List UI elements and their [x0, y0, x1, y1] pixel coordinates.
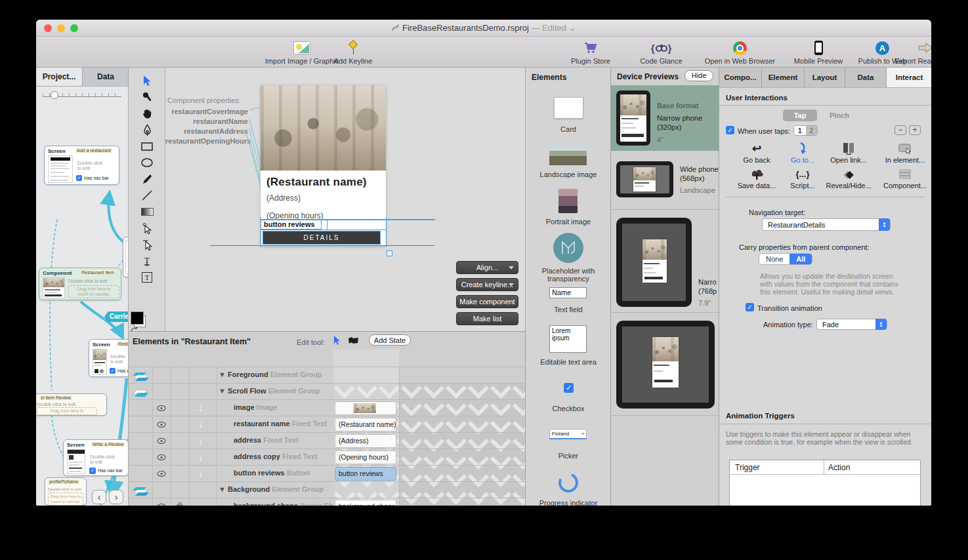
tap-index-segmented[interactable]: 1 2 [793, 125, 818, 136]
carry-properties-segmented[interactable]: None All [759, 253, 812, 265]
visibility-eye-icon[interactable] [157, 438, 166, 444]
pinch-mode-button[interactable]: Pinch [830, 111, 849, 119]
drag-source[interactable]: Drag from here to insert on canvas. [68, 285, 119, 298]
tab-data[interactable]: Data [845, 68, 887, 87]
tab-element[interactable]: Element [762, 68, 805, 87]
tap-mode-button[interactable]: Tap [783, 110, 817, 121]
screen-card-add-a-restaurant[interactable]: Screen Add a restaurant Double-click to … [44, 146, 119, 185]
device-preview-wide-phone[interactable]: Wide phone (568px) Landscape [611, 151, 719, 210]
design-canvas[interactable]: Component properties: restaurantCoverIma… [165, 68, 525, 331]
text-box-tool[interactable]: T [129, 270, 165, 285]
tab-interact[interactable]: Interact [887, 68, 931, 87]
text-field-element[interactable]: Name [549, 287, 587, 298]
transition-animation-checkbox[interactable]: ✓ [746, 303, 754, 311]
add-state-button[interactable]: Add State [369, 334, 411, 346]
prev-page-button[interactable]: ‹ [92, 490, 106, 504]
line-tool[interactable] [129, 188, 165, 203]
pen-tool[interactable] [129, 122, 165, 138]
state-cell-restaurant-name[interactable]: (Restaurant name) [335, 418, 396, 431]
tap-segment-1[interactable]: 1 [794, 126, 806, 135]
rectangle-tool[interactable] [129, 138, 165, 154]
make-list-button[interactable]: Make list [456, 312, 518, 325]
brush-tool[interactable] [129, 171, 165, 187]
align-button[interactable]: Align... [456, 261, 518, 274]
edit-stamp-tool-icon[interactable] [348, 336, 359, 345]
button-reviews-label[interactable]: button reviews [261, 220, 322, 230]
add-keyline-button[interactable]: Add Keyline [317, 40, 389, 65]
timeline-row-address-copy[interactable]: ↓ address copy Fixed Text (Opening hours… [129, 449, 525, 465]
tab-component[interactable]: Compo... [719, 68, 762, 87]
timeline-row-address[interactable]: ↓ address Fixed Text (Address) [129, 432, 525, 449]
action-component[interactable]: Component... [875, 167, 931, 190]
progress-indicator-element[interactable] [557, 471, 579, 494]
has-nav-bar-checkbox[interactable]: ✓ [110, 368, 116, 374]
tab-layout[interactable]: Layout [805, 68, 845, 87]
landscape-image-element[interactable] [549, 143, 587, 165]
checkbox-element[interactable]: ✓ [564, 383, 574, 393]
animation-type-select[interactable]: Fade ▲▼ [816, 319, 887, 330]
visibility-eye-icon[interactable] [157, 405, 166, 411]
selection-handle[interactable] [387, 250, 392, 256]
device-preview-base-format[interactable]: Base format Narrow phone (320px) 4" [611, 85, 719, 151]
editable-text-area-element[interactable]: Lorem ipsum [549, 325, 587, 353]
export-react-code-button[interactable]: Export React Code [886, 40, 931, 65]
details-button[interactable]: DETAILS [263, 231, 381, 245]
visibility-eye-icon[interactable] [157, 422, 166, 428]
ellipse-tool[interactable] [129, 155, 165, 170]
state-cell-address[interactable]: (Address) [335, 434, 396, 448]
placeholder-element[interactable] [553, 233, 583, 263]
select-tool[interactable] [129, 73, 165, 89]
has-nav-bar-checkbox[interactable]: ✓ [76, 175, 82, 181]
has-nav-bar-checkbox[interactable]: ✓ [89, 468, 96, 474]
action-open-link[interactable]: Open link... [819, 142, 878, 164]
key-tool[interactable] [129, 89, 165, 105]
device-preview-narrow-tablet[interactable]: Narro (768p 7.9" [611, 211, 719, 313]
drag-source[interactable]: Drag from here to insert on canvas. [48, 492, 83, 506]
visibility-eye-icon[interactable] [157, 454, 166, 460]
text-tool[interactable]: T [129, 253, 165, 269]
state-cell-background-shape[interactable]: background shape [335, 500, 396, 506]
open-in-web-browser-button[interactable]: Open in Web Browser [696, 40, 784, 65]
hand-tool[interactable] [129, 106, 165, 121]
make-component-button[interactable]: Make component [456, 295, 518, 308]
gradient-tool[interactable] [129, 204, 165, 220]
create-keyline-button[interactable]: Create keyline... [456, 278, 518, 291]
timeline-row-button-reviews[interactable]: ↓ button reviews Button button reviews [129, 465, 525, 481]
action-reveal-hide[interactable]: ◆◆ Reveal/Hide... [819, 167, 878, 190]
add-interaction-button[interactable]: + [909, 125, 921, 135]
state-cell-image[interactable] [335, 401, 396, 415]
restaurant-cover-image[interactable] [261, 85, 386, 170]
direct-select-tool[interactable] [129, 220, 165, 236]
address-text[interactable]: (Address) [266, 193, 301, 203]
tap-segment-2[interactable]: 2 [806, 126, 818, 135]
foreground-color-swatch[interactable] [131, 311, 144, 325]
code-glance-button[interactable]: { } Code Glance [630, 40, 692, 65]
timeline-row-image[interactable]: ↓ image Image [129, 399, 525, 416]
component-card-profilepicname[interactable]: profilePicName Double-click to edit. Dra… [45, 477, 87, 506]
restaurant-name-text[interactable]: (Restaurant name) [266, 176, 367, 189]
next-page-button[interactable]: › [109, 490, 123, 504]
navigation-target-select[interactable]: RestaurantDetails ▲▼ [762, 218, 891, 231]
component-card-restaurant-item[interactable]: Component Restaurant Item Double-click t… [39, 268, 121, 300]
edit-select-tool-icon[interactable] [333, 336, 341, 346]
screen-card-restaurant[interactable]: Screen Restaurant Double- to edit ✓ Has … [89, 339, 129, 377]
portrait-image-element[interactable] [558, 189, 578, 213]
timeline-row-scroll-flow[interactable]: ▼ Scroll Flow Element Group [129, 383, 525, 399]
carry-none-option[interactable]: None [759, 254, 789, 264]
remove-interaction-button[interactable]: − [894, 125, 906, 135]
screen-card-clipped[interactable] [123, 237, 129, 277]
plugin-store-button[interactable]: Plugin Store [564, 40, 617, 65]
drag-source[interactable]: Drag from here to [37, 407, 97, 415]
state-cell-button-reviews-selected[interactable]: button reviews [335, 467, 396, 481]
screen-card-write-a-review[interactable]: Screen Write a Review Double-click to ed… [63, 439, 129, 476]
title-menu-chevron-icon[interactable]: ⌄ [569, 23, 576, 33]
timeline-row-background-shape[interactable]: background shape Vector Sh background sh… [129, 498, 525, 506]
mobile-preview-button[interactable]: Mobile Preview [786, 40, 851, 65]
device-preview-tablet-landscape[interactable] [611, 314, 719, 416]
node-select-tool[interactable] [129, 237, 165, 252]
state-cell-opening-hours[interactable]: (Opening hours) [335, 450, 396, 464]
action-in-element[interactable]: In element... [875, 142, 931, 164]
component-card-review-partial[interactable]: st Item Review Double-click to edit. Dra… [36, 393, 107, 416]
card-element[interactable] [554, 97, 583, 119]
triggers-table[interactable]: Trigger Action [729, 460, 921, 506]
